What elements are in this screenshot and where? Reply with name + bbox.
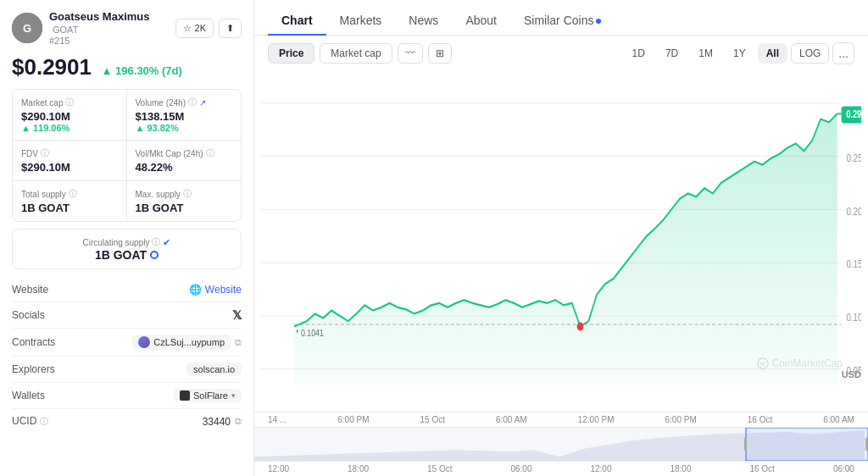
time-1d-button[interactable]: 1D xyxy=(624,43,654,64)
price-main: $0.2901 xyxy=(12,54,92,80)
tab-bar: Chart Markets News About Similar Coins xyxy=(254,0,868,36)
ucid-copy-icon[interactable]: ⧉ xyxy=(235,416,242,427)
log-scale-button[interactable]: LOG xyxy=(791,43,829,64)
line-chart-icon-button[interactable]: 〰 xyxy=(398,43,423,64)
x-label-2: 15 Oct xyxy=(420,415,445,424)
fdv-cell: FDV ⓘ $290.10M xyxy=(13,141,127,181)
x-label-1: 6:00 PM xyxy=(337,415,369,424)
explorers-row: Explorers solscan.io xyxy=(12,357,242,383)
header-actions: ☆ 2K ⬆ xyxy=(175,19,242,38)
mini-x-axis: 12:00 18:00 15 Oct 06:00 12:00 18:00 16 … xyxy=(254,461,868,476)
star-icon: ☆ xyxy=(183,23,192,34)
contract-logo-icon xyxy=(138,336,150,348)
mini-x-label-5: 18:00 xyxy=(670,464,691,473)
website-link[interactable]: 🌐 Website xyxy=(189,284,242,296)
mini-x-label-1: 18:00 xyxy=(348,464,369,473)
x-label-4: 12:00 PM xyxy=(578,415,615,424)
explorer-badge[interactable]: solscan.io xyxy=(186,363,242,376)
candle-chart-icon-button[interactable]: ⊞ xyxy=(428,43,452,64)
price-button[interactable]: Price xyxy=(268,43,314,64)
time-1m-button[interactable]: 1M xyxy=(690,43,721,64)
share-button[interactable]: ⬆ xyxy=(219,19,242,38)
total-supply-value: 1B GOAT xyxy=(21,202,118,214)
mini-x-label-4: 12:00 xyxy=(590,464,611,473)
x-label-3: 6:00 AM xyxy=(496,415,527,424)
website-row: Website 🌐 Website xyxy=(12,278,242,302)
max-supply-value: 1B GOAT xyxy=(136,202,233,214)
max-supply-info-icon[interactable]: ⓘ xyxy=(183,188,192,200)
volume-change: ▲ 93.82% xyxy=(136,123,233,133)
total-supply-cell: Total supply ⓘ 1B GOAT xyxy=(13,181,127,221)
svg-rect-23 xyxy=(744,438,747,451)
market-cap-info-icon[interactable]: ⓘ xyxy=(65,97,74,108)
market-cap-change: ▲ 119.06% xyxy=(21,123,118,133)
circ-supply-value: 1B GOAT xyxy=(95,248,147,262)
left-panel: G Goatseus Maximus GOAT #215 ☆ 2K ⬆ $0.2… xyxy=(0,0,254,476)
fdv-info-icon[interactable]: ⓘ xyxy=(41,147,49,159)
tab-news[interactable]: News xyxy=(395,7,452,36)
ucid-row: UCID ⓘ 33440 ⧉ xyxy=(12,409,242,434)
time-all-button[interactable]: All xyxy=(758,43,787,64)
copy-icon[interactable]: ⧉ xyxy=(235,337,242,348)
verified-icon: ✔ xyxy=(163,237,170,248)
price-change: ▲ 196.30% (7d) xyxy=(102,64,182,77)
chevron-down-icon: ▾ xyxy=(231,391,236,400)
coin-header: G Goatseus Maximus GOAT #215 ☆ 2K ⬆ xyxy=(12,10,242,46)
contracts-row: Contracts CzLSuj...uypump ⧉ xyxy=(12,329,242,357)
tab-chart[interactable]: Chart xyxy=(268,7,326,36)
wallet-badge[interactable]: SolFlare ▾ xyxy=(174,389,242,402)
mini-x-label-2: 15 Oct xyxy=(427,464,452,473)
mini-chart[interactable] xyxy=(254,427,868,461)
volume-info-icon[interactable]: ⓘ xyxy=(188,97,197,108)
solflare-icon xyxy=(180,390,190,401)
svg-point-15 xyxy=(577,322,584,330)
market-cap-cell: Market cap ⓘ $290.10M ▲ 119.06% xyxy=(13,90,127,141)
volume-value: $138.15M xyxy=(136,110,233,123)
volume-arrow-icon: ↗ xyxy=(199,98,206,108)
mini-x-label-6: 16 Oct xyxy=(749,464,774,473)
watchlist-button[interactable]: ☆ 2K xyxy=(175,19,214,38)
ucid-value: 33440 xyxy=(203,416,231,428)
vol-mkt-cell: Vol/Mkt Cap (24h) ⓘ 48.22% xyxy=(127,141,242,181)
x-label-5: 6:00 PM xyxy=(665,415,696,424)
coin-rank: #215 xyxy=(49,36,169,46)
contract-badge: CzLSuj...uypump xyxy=(132,335,231,350)
similar-coins-dot xyxy=(596,19,601,24)
svg-rect-22 xyxy=(746,428,868,461)
more-options-button[interactable]: ... xyxy=(832,42,854,64)
blue-dot-icon xyxy=(150,251,159,259)
coin-name-block: Goatseus Maximus GOAT #215 xyxy=(49,10,169,46)
volume-cell: Volume (24h) ⓘ ↗ $138.15M ▲ 93.82% xyxy=(127,90,242,141)
tab-about[interactable]: About xyxy=(452,7,510,36)
chart-controls: Price Market cap 〰 ⊞ 1D 7D 1M 1Y All LOG… xyxy=(254,36,868,71)
avatar: G xyxy=(12,13,42,43)
svg-text:G: G xyxy=(23,22,31,35)
tab-markets[interactable]: Markets xyxy=(326,7,396,36)
x-icon[interactable]: 𝕏 xyxy=(232,308,242,322)
chart-type-buttons: Price Market cap 〰 ⊞ xyxy=(268,43,452,64)
fdv-value: $290.10M xyxy=(21,161,118,174)
market-cap-button[interactable]: Market cap xyxy=(320,43,392,64)
watermark: M CoinMarketCap xyxy=(757,357,843,369)
svg-text:0.10: 0.10 xyxy=(846,312,861,323)
time-1y-button[interactable]: 1Y xyxy=(725,43,754,64)
circ-supply-cell: Circulating supply ⓘ ✔ 1B GOAT xyxy=(12,229,242,269)
x-label-7: 6:00 AM xyxy=(823,415,854,424)
time-buttons: 1D 7D 1M 1Y All LOG ... xyxy=(624,42,854,64)
socials-row: Socials 𝕏 xyxy=(12,302,242,329)
wallets-row: Wallets SolFlare ▾ xyxy=(12,383,242,409)
circ-supply-info-icon[interactable]: ⓘ xyxy=(152,236,160,248)
x-label-0: 14 ... xyxy=(268,415,287,424)
coin-name: Goatseus Maximus GOAT xyxy=(49,10,169,36)
ucid-info-icon[interactable]: ⓘ xyxy=(40,417,48,426)
total-supply-info-icon[interactable]: ⓘ xyxy=(69,188,77,200)
max-supply-cell: Max. supply ⓘ 1B GOAT xyxy=(127,181,242,221)
x-axis: 14 ... 6:00 PM 15 Oct 6:00 AM 12:00 PM 6… xyxy=(254,412,868,427)
info-rows: Website 🌐 Website Socials 𝕏 Contracts Cz… xyxy=(12,278,242,434)
time-7d-button[interactable]: 7D xyxy=(657,43,687,64)
tab-similar-coins[interactable]: Similar Coins xyxy=(510,7,615,36)
stats-grid: Market cap ⓘ $290.10M ▲ 119.06% Volume (… xyxy=(12,89,242,222)
vol-mkt-value: 48.22% xyxy=(136,161,233,174)
vol-mkt-info-icon[interactable]: ⓘ xyxy=(206,147,214,159)
svg-text:0.25: 0.25 xyxy=(846,152,861,163)
